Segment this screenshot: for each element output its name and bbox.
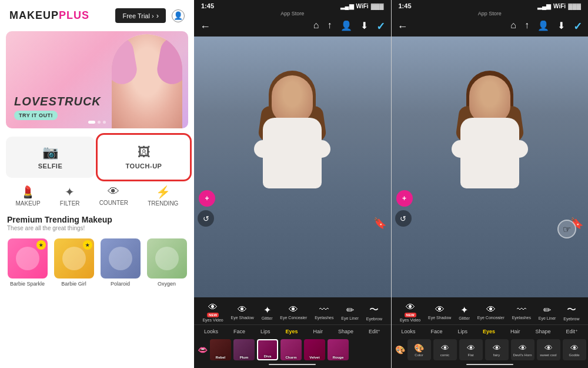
- banner-title: LOVESTRUCK: [14, 95, 101, 108]
- eyebrow-btn[interactable]: 〜 Eyebrow: [366, 304, 382, 321]
- dot-3: [103, 121, 106, 124]
- touch-cursor: ☞: [557, 220, 576, 238]
- touch-up-button[interactable]: 🖼 TOUCH-UP: [99, 137, 188, 178]
- tab-face-1[interactable]: Face: [231, 327, 248, 336]
- eyelashes-label: Eyelashes: [315, 316, 333, 320]
- banner-cta[interactable]: TRY IT OUT!: [14, 111, 58, 120]
- free-trial-button[interactable]: Free Trial ›: [115, 8, 166, 23]
- user-icon[interactable]: 👤: [172, 9, 185, 22]
- home-icon-2[interactable]: ⌂: [510, 20, 516, 33]
- plus-button-1[interactable]: +: [199, 190, 215, 207]
- eyelashes-label-2: Eyelashes: [512, 316, 531, 320]
- selfie-button[interactable]: 📷 SELFIE: [6, 137, 95, 178]
- eye-shadow-btn-2[interactable]: 👁 Eye Shadow: [428, 304, 451, 320]
- eyebrow-icon-2: 〜: [567, 304, 576, 316]
- share-icon-1[interactable]: ↑: [328, 20, 332, 33]
- tab-looks-2[interactable]: Looks: [399, 327, 417, 336]
- wifi-icon-2: WiFi: [553, 3, 566, 9]
- phone-panels: 1:45 ▂▄▆ WiFi ▓▓▓ App Store ← ⌂ ↑ 👤 ⬇ ✓: [194, 0, 588, 368]
- tab-shape-2[interactable]: Shape: [533, 327, 553, 336]
- touch-up-label: TOUCH-UP: [126, 163, 162, 170]
- tab-lips-1[interactable]: Lips: [258, 327, 273, 336]
- lip-icon-1: 👄: [198, 345, 208, 354]
- checkmark-1[interactable]: ✓: [376, 20, 385, 33]
- product-polaroid[interactable]: Polaroid: [99, 238, 142, 287]
- nav-tabs-1: Looks Face Lips Eyes Hair Shape Edit⁺: [194, 324, 391, 337]
- banner: LOVESTRUCK TRY IT OUT!: [6, 31, 188, 128]
- filter-label: FILTER: [60, 200, 80, 207]
- sweet-cool-label: sweet cool: [540, 353, 556, 357]
- swatch-rouge[interactable]: Rouge: [328, 339, 349, 360]
- tab-lips-2[interactable]: Lips: [455, 327, 470, 336]
- swatch-godde[interactable]: 👁 Godde: [563, 339, 586, 360]
- swatch-color[interactable]: 🎨 Color: [407, 339, 431, 360]
- fairy-label: fairy: [493, 353, 500, 357]
- glitter-label: Glitter: [262, 316, 273, 320]
- eye-shadow-btn[interactable]: 👁 Eye Shadow: [231, 304, 254, 320]
- home-icon-1[interactable]: ⌂: [313, 20, 319, 33]
- swatch-rebel[interactable]: Rebel: [210, 339, 231, 360]
- back-button-1[interactable]: ←: [200, 21, 211, 33]
- swatch-diva[interactable]: Diva: [257, 339, 278, 360]
- eye-liner-btn[interactable]: ✏ Eye Liner: [341, 304, 359, 320]
- share-icon-2[interactable]: ↑: [524, 20, 529, 33]
- swatch-flat[interactable]: 👁 Flat: [459, 339, 483, 360]
- product-oxygen[interactable]: Oxygen: [145, 238, 188, 287]
- tab-looks-1[interactable]: Looks: [202, 327, 220, 336]
- eyes-video-btn[interactable]: 👁 NEW Eyes Video: [202, 302, 223, 322]
- trending-section: Premium Trending Makeup These are all th…: [0, 211, 194, 234]
- eyebrow-btn-2[interactable]: 〜 Eyebrow: [563, 304, 579, 321]
- tab-edit-2[interactable]: Edit⁺: [563, 327, 580, 336]
- swatch-velvet[interactable]: Velvet: [304, 339, 325, 360]
- swatch-plum[interactable]: Plum: [233, 339, 255, 360]
- swatch-charm[interactable]: Charm: [280, 339, 302, 360]
- tab-shape-1[interactable]: Shape: [336, 327, 356, 336]
- tab-edit-1[interactable]: Edit⁺: [366, 327, 383, 336]
- phone-bottom-1: 👁 NEW Eyes Video 👁 Eye Shadow ✦ Glitter …: [194, 297, 391, 368]
- eye-concealer-btn-2[interactable]: 👁 Eye Concealer: [477, 304, 505, 320]
- oxygen-label: Oxygen: [158, 281, 176, 287]
- counter-button[interactable]: 👁 COUNTER: [99, 185, 128, 207]
- tab-face-2[interactable]: Face: [428, 327, 445, 336]
- undo-photo-btn-2[interactable]: ↺: [395, 210, 412, 227]
- plus-button-2[interactable]: +: [396, 190, 413, 207]
- download-icon-2[interactable]: ⬇: [557, 20, 565, 33]
- eyelashes-btn[interactable]: 〰 Eyelashes: [315, 304, 333, 320]
- product-barbie-sparkle[interactable]: ★ Barbie Sparkle: [6, 238, 49, 287]
- person-icon-2[interactable]: 👤: [537, 20, 549, 33]
- eyelashes-btn-2[interactable]: 〰 Eyelashes: [512, 304, 531, 320]
- tab-hair-2[interactable]: Hair: [508, 327, 523, 336]
- swatch-sweet-cool[interactable]: 👁 sweet cool: [537, 339, 560, 360]
- comic-icon: 👁: [441, 343, 449, 353]
- tab-hair-1[interactable]: Hair: [310, 327, 325, 336]
- download-icon-1[interactable]: ⬇: [360, 20, 368, 33]
- trending-button[interactable]: ⚡ TRENDING: [148, 185, 178, 207]
- swatch-devils-horn[interactable]: 👁 Devil's Horn: [511, 339, 534, 360]
- swatch-fairy[interactable]: 👁 fairy: [485, 339, 509, 360]
- eye-shadow-icon-2: 👁: [435, 304, 445, 315]
- status-bar-1: 1:45 ▂▄▆ WiFi ▓▓▓: [194, 0, 391, 11]
- makeup-button[interactable]: 💄 MAKEUP: [16, 185, 41, 207]
- filter-button[interactable]: ✦ FILTER: [60, 185, 80, 207]
- swatch-comic[interactable]: 👁 comic: [433, 339, 457, 360]
- eye-liner-btn-2[interactable]: ✏ Eye Liner: [539, 304, 556, 320]
- person-icon-1[interactable]: 👤: [340, 20, 352, 33]
- toolbar-icons-2: 👁 NEW Eyes Video 👁 Eye Shadow ✦ Glitter …: [392, 300, 589, 324]
- eye-concealer-icon-2: 👁: [486, 304, 496, 315]
- eye-liner-label: Eye Liner: [341, 316, 359, 320]
- product-barbie-girl[interactable]: ★ Barbie Girl: [52, 238, 95, 287]
- checkmark-2[interactable]: ✓: [573, 20, 582, 33]
- polaroid-label: Polaroid: [111, 281, 130, 287]
- time-1: 1:45: [201, 2, 214, 9]
- bookmark-btn-1[interactable]: 🔖: [373, 217, 386, 230]
- glitter-btn-2[interactable]: ✦ Glitter: [459, 304, 470, 320]
- eyes-video-btn-2[interactable]: 👁 NEW Eyes Video: [400, 302, 420, 322]
- glitter-btn[interactable]: ✦ Glitter: [262, 304, 273, 320]
- tab-eyes-2[interactable]: Eyes: [480, 327, 497, 336]
- tab-eyes-1[interactable]: Eyes: [283, 327, 300, 336]
- woman-head-1: [272, 75, 313, 122]
- back-button-2[interactable]: ←: [397, 21, 408, 33]
- undo-photo-btn-1[interactable]: ↺: [198, 210, 214, 227]
- eye-concealer-btn[interactable]: 👁 Eye Concealer: [280, 304, 307, 320]
- top-bar-icons-1: ⌂ ↑ 👤 ⬇ ✓: [313, 20, 385, 33]
